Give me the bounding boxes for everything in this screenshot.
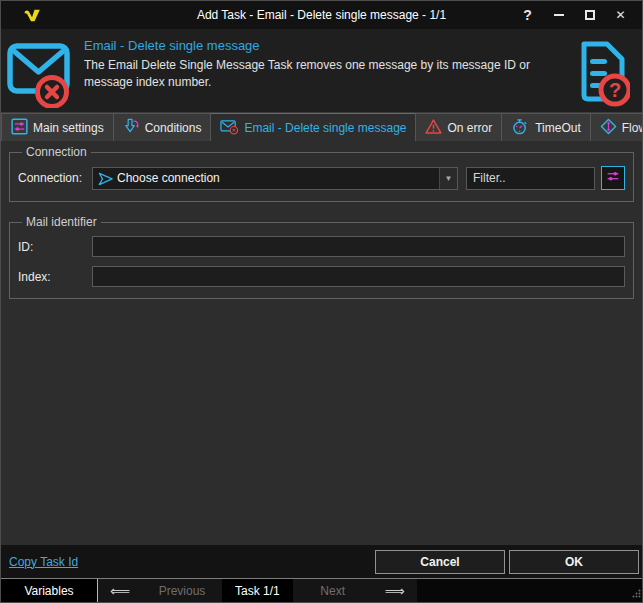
- resize-grip[interactable]: [632, 587, 641, 601]
- previous-button[interactable]: Previous: [142, 579, 222, 602]
- previous-arrow-icon[interactable]: ⟸: [98, 579, 142, 602]
- next-button[interactable]: Next: [293, 579, 373, 602]
- tab-label: Conditions: [145, 121, 202, 135]
- tab-email-delete-single-message[interactable]: Email - Delete single message: [210, 113, 416, 141]
- status-bar: Variables ⟸ Previous Task 1/1 Next ⟹: [1, 578, 642, 602]
- tab-flow[interactable]: Flow: [590, 113, 643, 141]
- ok-button[interactable]: OK: [509, 550, 639, 574]
- tab-main-settings[interactable]: Main settings: [1, 113, 114, 141]
- svg-text:?: ?: [609, 79, 621, 101]
- connection-combobox-value: Choose connection: [117, 171, 439, 185]
- tab-conditions[interactable]: Conditions: [113, 113, 212, 141]
- task-navigation: ⟸ Previous Task 1/1 Next ⟹: [98, 579, 417, 602]
- task-title: Email - Delete single message: [84, 38, 576, 53]
- id-input[interactable]: [92, 236, 625, 257]
- conditions-icon: [123, 118, 140, 138]
- sliders-icon: [11, 118, 28, 138]
- mail-identifier-group: Mail identifier ID: Index:: [9, 215, 634, 299]
- connection-pointer-icon: [97, 170, 114, 187]
- maximize-button[interactable]: [574, 1, 605, 29]
- email-delete-tab-icon: [220, 118, 239, 138]
- close-button[interactable]: ✕: [605, 1, 636, 29]
- titlebar: Add Task - Email - Delete single message…: [1, 1, 642, 29]
- window-title: Add Task - Email - Delete single message…: [197, 8, 446, 22]
- maximize-icon: [585, 10, 595, 20]
- email-delete-icon: [6, 36, 76, 112]
- connection-settings-button[interactable]: [601, 166, 625, 190]
- variables-button[interactable]: Variables: [1, 579, 98, 602]
- index-label: Index:: [18, 270, 92, 284]
- tab-label: Email - Delete single message: [244, 121, 406, 135]
- tab-label: On error: [447, 121, 492, 135]
- warning-triangle-icon: [425, 118, 442, 138]
- help-document-icon[interactable]: ?: [576, 35, 630, 111]
- combobox-dropdown-arrow-icon[interactable]: ▼: [439, 168, 457, 189]
- connection-combobox[interactable]: Choose connection ▼: [92, 167, 458, 190]
- task-header: Email - Delete single message The Email …: [1, 29, 642, 113]
- id-label: ID:: [18, 240, 92, 254]
- dialog-footer: Copy Task Id Cancel OK: [1, 545, 642, 578]
- minimize-button[interactable]: [543, 1, 574, 29]
- flow-diamond-icon: [600, 118, 617, 138]
- tab-label: TimeOut: [535, 121, 581, 135]
- cancel-button[interactable]: Cancel: [375, 550, 505, 574]
- copy-task-id-link[interactable]: Copy Task Id: [9, 555, 78, 569]
- add-task-dialog: Add Task - Email - Delete single message…: [0, 0, 643, 603]
- help-button[interactable]: ?: [512, 1, 543, 29]
- tab-label: Main settings: [33, 121, 104, 135]
- minimize-icon: [554, 14, 564, 16]
- window-controls: ? ✕: [512, 1, 636, 29]
- filter-sliders-icon: [604, 167, 622, 189]
- visualcron-logo-icon: [23, 7, 45, 23]
- connection-label: Connection:: [18, 171, 92, 185]
- connection-group: Connection Connection: Choose connection…: [9, 145, 634, 202]
- stopwatch-icon: [511, 118, 530, 138]
- mail-identifier-group-legend: Mail identifier: [22, 215, 101, 229]
- tab-timeout[interactable]: TimeOut: [501, 113, 591, 141]
- connection-filter-input[interactable]: [466, 167, 595, 190]
- task-header-text: Email - Delete single message The Email …: [84, 29, 576, 91]
- next-arrow-icon[interactable]: ⟹: [373, 579, 417, 602]
- tab-bar: Main settings Conditions Em: [1, 113, 642, 141]
- tab-label: Flow: [622, 121, 643, 135]
- index-input[interactable]: [92, 266, 625, 287]
- tab-content: Connection Connection: Choose connection…: [1, 141, 642, 545]
- task-counter: Task 1/1: [222, 579, 293, 602]
- tab-on-error[interactable]: On error: [415, 113, 502, 141]
- task-description: The Email Delete Single Message Task rem…: [84, 57, 576, 91]
- connection-group-legend: Connection: [22, 145, 91, 159]
